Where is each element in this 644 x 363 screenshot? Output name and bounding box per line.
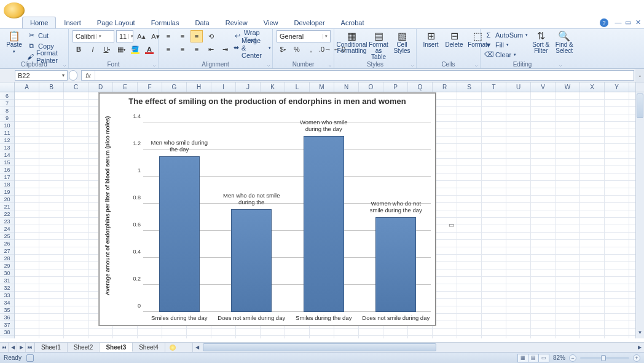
row-header[interactable]: 35 [0,306,14,314]
row-header[interactable]: 31 [0,277,14,284]
macro-record-icon[interactable] [26,354,34,362]
close-icon[interactable]: ✕ [634,18,642,26]
zoom-out-icon[interactable]: − [569,354,576,362]
tab-acrobat[interactable]: Acrobat [333,17,372,28]
column-header[interactable]: T [482,82,506,92]
page-break-view-icon[interactable]: ▭ [538,354,549,362]
column-header[interactable]: I [211,82,236,92]
paste-button[interactable]: 📋 Paste ▾ [4,30,25,56]
row-header[interactable]: 22 [0,210,14,218]
name-box[interactable]: B22▾ [15,70,68,81]
sheet-tab-sheet4[interactable]: Sheet4 [133,343,165,352]
align-top-icon[interactable]: ≡ [162,30,175,42]
page-layout-view-icon[interactable]: ▤ [528,354,539,362]
row-header[interactable]: 29 [0,262,14,269]
row-header[interactable]: 24 [0,225,14,233]
row-header[interactable]: 30 [0,269,14,277]
column-header[interactable]: N [334,82,359,92]
row-header[interactable]: 12 [0,137,14,144]
row-header[interactable]: 21 [0,203,14,210]
row-header[interactable]: 16 [0,166,14,174]
tab-view[interactable]: View [256,17,286,28]
row-header[interactable]: 25 [0,233,14,240]
row-header[interactable]: 20 [0,196,14,203]
column-header[interactable]: W [556,82,580,92]
sheet-nav-last-icon[interactable]: ⏭ [26,343,34,352]
row-header[interactable]: 17 [0,174,14,181]
row-header[interactable]: 28 [0,255,14,262]
align-right-icon[interactable]: ≡ [190,43,203,55]
row-header[interactable]: 37 [0,321,14,329]
cut-button[interactable]: ✂Cut [27,31,65,40]
tab-home[interactable]: Home [22,17,56,28]
increase-font-icon[interactable]: A▴ [135,30,147,42]
increase-decimal-icon[interactable]: .0→ [319,43,331,55]
format-as-table-button[interactable]: ▤Format as Table [368,30,389,62]
row-header[interactable]: 38 [0,329,14,336]
row-header[interactable]: 6 [0,92,14,100]
sheet-tab-sheet3[interactable]: Sheet3 [100,343,133,352]
tab-formulas[interactable]: Formulas [143,17,187,28]
merge-center-button[interactable]: ⬌Merge & Center▾ [234,43,271,52]
horizontal-scrollbar[interactable]: ◀▶ [192,343,644,352]
help-icon[interactable]: ? [600,18,608,27]
column-header[interactable]: B [39,82,64,92]
zoom-slider[interactable] [580,357,629,359]
row-header[interactable]: 23 [0,218,14,225]
row-header[interactable]: 19 [0,188,14,196]
column-header[interactable]: Q [408,82,433,92]
column-header[interactable]: H [187,82,211,92]
fx-icon[interactable]: fx [82,71,95,80]
sheet-nav-first-icon[interactable]: ⏮ [0,343,9,352]
row-header[interactable]: 33 [0,292,14,299]
bar[interactable] [231,209,272,312]
column-header[interactable]: C [64,82,88,92]
column-header[interactable]: V [531,82,556,92]
row-header[interactable]: 36 [0,314,14,321]
bar[interactable] [159,156,200,312]
column-header[interactable]: L [285,82,310,92]
row-header[interactable]: 32 [0,284,14,292]
tab-developer[interactable]: Developer [286,17,332,28]
column-header[interactable]: E [113,82,138,92]
delete-cells-button[interactable]: ⊟Delete [444,30,465,49]
column-header[interactable]: J [236,82,261,92]
row-header[interactable]: 13 [0,144,14,151]
align-bottom-icon[interactable]: ≡ [190,30,203,42]
row-header[interactable]: 34 [0,299,14,306]
percent-format-icon[interactable]: % [291,43,303,55]
row-header[interactable]: 26 [0,240,14,247]
row-header[interactable]: 14 [0,151,14,159]
sheet-tab-sheet2[interactable]: Sheet2 [68,343,100,352]
sheet-nav-prev-icon[interactable]: ◀ [9,343,17,352]
restore-icon[interactable]: ▭ [624,18,632,26]
bar[interactable] [375,217,416,312]
accounting-format-icon[interactable]: $▾ [277,43,289,55]
zoom-level[interactable]: 82% [553,354,565,361]
tab-insert[interactable]: Insert [56,17,89,28]
row-header[interactable]: 10 [0,122,14,129]
fill-color-button[interactable]: 🪣 [129,43,141,55]
find-select-button[interactable]: 🔍Find & Select [554,30,575,55]
column-header[interactable]: X [580,82,605,92]
column-header[interactable]: F [138,82,162,92]
number-format-select[interactable]: General▾ [277,30,331,42]
minimize-icon[interactable]: — [615,18,622,26]
tab-page-layout[interactable]: Page Layout [89,17,143,28]
select-all-button[interactable] [0,82,15,92]
column-header[interactable]: R [433,82,457,92]
row-header[interactable]: 9 [0,114,14,122]
row-header[interactable]: 15 [0,159,14,166]
sort-filter-button[interactable]: ⇅Sort & Filter [530,30,551,55]
format-painter-button[interactable]: 🖌Format Painter [27,52,65,61]
sheet-tab-sheet1[interactable]: Sheet1 [35,343,68,352]
insert-cells-button[interactable]: ⊞Insert [420,30,441,49]
name-box-expand[interactable] [69,70,77,81]
bar[interactable] [304,136,344,312]
chart-object[interactable]: The effect of smiling on the production … [98,92,436,326]
border-button[interactable]: ▦▾ [115,43,127,55]
font-color-button[interactable]: A [143,43,155,55]
column-header[interactable]: K [261,82,285,92]
tab-review[interactable]: Review [218,17,256,28]
row-header[interactable]: 27 [0,247,14,255]
